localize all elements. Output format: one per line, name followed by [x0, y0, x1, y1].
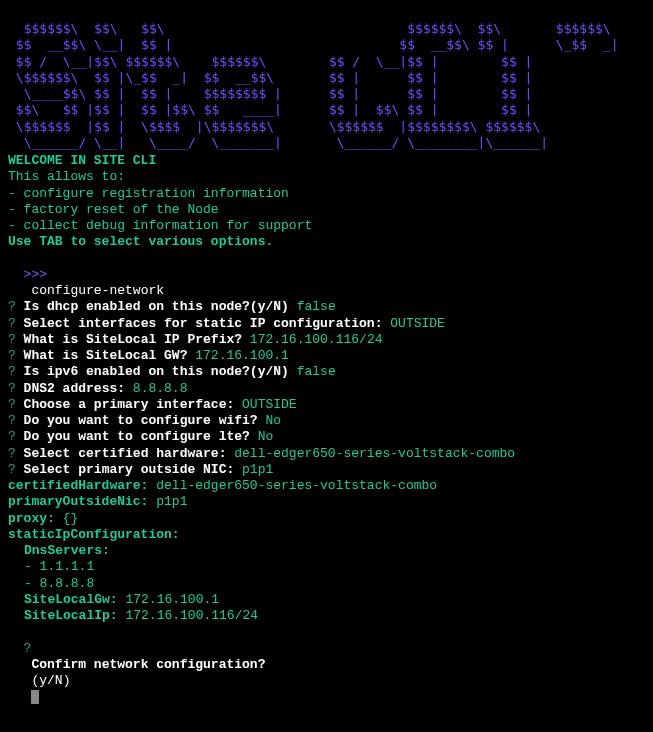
config-dns-1: - 8.8.8.8 — [8, 576, 645, 592]
question-mark-icon: ? — [8, 462, 16, 477]
question-line-7: ? Do you want to configure wifi? No — [8, 413, 645, 429]
question-text: What is SiteLocal GW? — [16, 348, 195, 363]
question-line-6: ? Choose a primary interface: OUTSIDE — [8, 397, 645, 413]
question-text: DNS2 address: — [16, 381, 133, 396]
question-line-5: ? DNS2 address: 8.8.8.8 — [8, 381, 645, 397]
question-text: What is SiteLocal IP Prefix? — [16, 332, 250, 347]
answer-text: OUTSIDE — [390, 316, 445, 331]
answer-text: p1p1 — [242, 462, 273, 477]
question-mark-icon: ? — [8, 413, 16, 428]
question-mark-icon: ? — [8, 429, 16, 444]
intro-header: This allows to: — [8, 169, 645, 185]
config-sitelocal-ip: SiteLocalIp: 172.16.100.116/24 — [8, 608, 645, 624]
config-dns-0: - 1.1.1.1 — [8, 559, 645, 575]
question-mark-icon: ? — [8, 364, 16, 379]
question-line-3: ? What is SiteLocal GW? 172.16.100.1 — [8, 348, 645, 364]
question-line-2: ? What is SiteLocal IP Prefix? 172.16.10… — [8, 332, 645, 348]
config-primary-outside-nic: primaryOutsideNic: p1p1 — [8, 494, 645, 510]
command-value: configure-network — [31, 283, 164, 298]
config-certified-hardware: certifiedHardware: dell-edger650-series-… — [8, 478, 645, 494]
question-mark-icon: ? — [8, 397, 16, 412]
question-text: Select certified hardware: — [16, 446, 234, 461]
confirm-prompt[interactable]: ? Confirm network configuration? (y/N) — [8, 624, 645, 705]
answer-text: OUTSIDE — [242, 397, 297, 412]
question-line-0: ? Is dhcp enabled on this node?(y/N) fal… — [8, 299, 645, 315]
question-line-8: ? Do you want to configure lte? No — [8, 429, 645, 445]
cursor-block — [31, 690, 39, 704]
question-mark-icon: ? — [8, 299, 16, 314]
question-line-4: ? Is ipv6 enabled on this node?(y/N) fal… — [8, 364, 645, 380]
answer-text: 8.8.8.8 — [133, 381, 188, 396]
tab-hint: Use TAB to select various options. — [8, 234, 645, 250]
question-mark-icon: ? — [8, 316, 16, 331]
question-text: Choose a primary interface: — [16, 397, 242, 412]
prompt-symbol: >>> — [24, 267, 47, 282]
question-text: Select interfaces for static IP configur… — [16, 316, 390, 331]
question-text: Do you want to configure lte? — [16, 429, 258, 444]
intro-item-0: - configure registration information — [8, 186, 645, 202]
answer-text: No — [265, 413, 281, 428]
answer-text: dell-edger650-series-voltstack-combo — [234, 446, 515, 461]
answer-text: false — [297, 364, 336, 379]
question-text: Select primary outside NIC: — [16, 462, 242, 477]
question-mark-icon: ? — [8, 348, 16, 363]
question-mark-icon: ? — [8, 332, 16, 347]
answer-text: No — [258, 429, 274, 444]
question-mark-icon: ? — [8, 381, 16, 396]
question-mark-icon: ? — [8, 446, 16, 461]
ascii-banner: $$$$$$\ $$\ $$\ $$$$$$\ $$\ $$$$$$\ $$ _… — [8, 21, 645, 151]
command-line[interactable]: >>> configure-network — [8, 251, 645, 300]
question-text: Do you want to configure wifi? — [16, 413, 266, 428]
answer-text: 172.16.100.116/24 — [250, 332, 383, 347]
question-text: Is ipv6 enabled on this node?(y/N) — [16, 364, 297, 379]
answer-text: false — [297, 299, 336, 314]
question-text: Is dhcp enabled on this node?(y/N) — [16, 299, 297, 314]
question-line-9: ? Select certified hardware: dell-edger6… — [8, 446, 645, 462]
question-line-1: ? Select interfaces for static IP config… — [8, 316, 645, 332]
question-line-10: ? Select primary outside NIC: p1p1 — [8, 462, 645, 478]
welcome-text: WELCOME IN SITE CLI — [8, 153, 645, 169]
intro-item-2: - collect debug information for support — [8, 218, 645, 234]
config-dns-servers-label: DnsServers: — [8, 543, 645, 559]
config-sitelocal-gw: SiteLocalGw: 172.16.100.1 — [8, 592, 645, 608]
config-proxy: proxy: {} — [8, 511, 645, 527]
intro-item-1: - factory reset of the Node — [8, 202, 645, 218]
config-static-ip: staticIpConfiguration: — [8, 527, 645, 543]
answer-text: 172.16.100.1 — [195, 348, 289, 363]
